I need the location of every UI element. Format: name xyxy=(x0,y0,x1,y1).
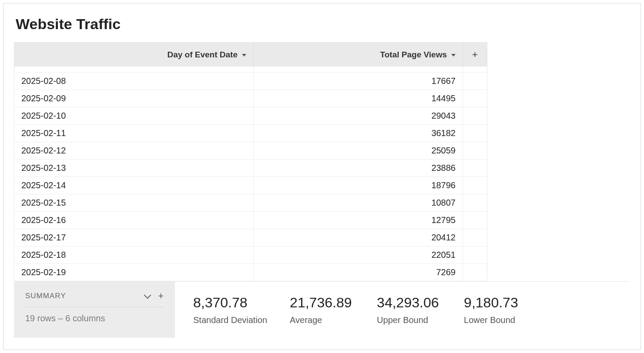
stat-label: Average xyxy=(290,315,354,325)
table-body[interactable]: 2025-02-08176672025-02-09144952025-02-10… xyxy=(14,67,487,281)
cell-views: 17667 xyxy=(254,73,463,90)
summary-stat: 21,736.89Average xyxy=(272,282,359,338)
analytics-panel: Website Traffic Day of Event Date Total … xyxy=(3,3,641,350)
table-row[interactable]: 2025-02-1418796 xyxy=(14,177,487,194)
table-row[interactable]: 2025-02-197269 xyxy=(14,264,487,281)
stat-value: 21,736.89 xyxy=(290,295,354,311)
cell-date: 2025-02-19 xyxy=(14,264,254,281)
table-row[interactable]: 2025-02-0817667 xyxy=(14,73,487,90)
data-table: Day of Event Date Total Page Views + 202… xyxy=(14,42,487,281)
cell-views: 22051 xyxy=(254,246,463,263)
cell-blank xyxy=(463,67,487,72)
table-row[interactable]: 2025-02-1029043 xyxy=(14,107,487,125)
cell-views xyxy=(254,67,463,72)
cell-date: 2025-02-11 xyxy=(14,125,254,142)
cell-blank xyxy=(463,107,487,124)
plus-icon: + xyxy=(472,49,478,60)
cell-date: 2025-02-09 xyxy=(14,90,254,107)
table-row[interactable]: 2025-02-0914495 xyxy=(14,90,487,107)
cell-blank xyxy=(463,264,487,281)
cell-blank xyxy=(463,246,487,263)
table-row[interactable]: 2025-02-1720412 xyxy=(14,229,487,246)
cell-blank xyxy=(463,177,487,194)
cell-blank xyxy=(463,125,487,142)
cell-views: 12795 xyxy=(254,212,463,229)
table-header: Day of Event Date Total Page Views + xyxy=(14,43,487,67)
column-header-date-label: Day of Event Date xyxy=(167,50,238,60)
summary-stat: 9,180.73Lower Bound xyxy=(446,282,533,338)
caret-down-icon xyxy=(242,54,246,57)
cell-blank xyxy=(463,194,487,211)
summary-bar: SUMMARY + 19 rows – 6 columns 8,370.78St… xyxy=(14,281,630,338)
summary-stat: 34,293.06Upper Bound xyxy=(359,282,446,338)
cell-date: 2025-02-14 xyxy=(14,177,254,194)
table-row[interactable]: 2025-02-1612795 xyxy=(14,212,487,229)
cell-views: 25059 xyxy=(254,142,463,159)
table-row[interactable]: 2025-02-1510807 xyxy=(14,194,487,212)
plus-icon[interactable]: + xyxy=(158,291,164,301)
add-column-button[interactable]: + xyxy=(463,43,487,67)
cell-views: 14495 xyxy=(254,90,463,107)
stat-value: 8,370.78 xyxy=(193,295,267,311)
cell-views: 7269 xyxy=(254,264,463,281)
column-header-views[interactable]: Total Page Views xyxy=(254,43,463,67)
cell-blank xyxy=(463,142,487,159)
cell-date: 2025-02-16 xyxy=(14,212,254,229)
cell-blank xyxy=(463,229,487,246)
stat-label: Lower Bound xyxy=(464,315,528,325)
cell-views: 36182 xyxy=(254,125,463,142)
cell-blank xyxy=(463,160,487,176)
summary-meta: 19 rows – 6 columns xyxy=(25,313,164,323)
cell-views: 29043 xyxy=(254,107,463,124)
cell-views: 20412 xyxy=(254,229,463,246)
stat-value: 9,180.73 xyxy=(464,295,528,311)
cell-blank xyxy=(463,90,487,107)
cell-views: 18796 xyxy=(254,177,463,194)
cell-blank xyxy=(463,212,487,229)
table-row-partial xyxy=(14,67,487,73)
cell-date: 2025-02-10 xyxy=(14,107,254,124)
summary-controls: + xyxy=(145,291,164,301)
cell-date: 2025-02-08 xyxy=(14,73,254,90)
summary-label: SUMMARY xyxy=(25,292,66,300)
table-row[interactable]: 2025-02-1822051 xyxy=(14,246,487,264)
caret-down-icon xyxy=(451,54,456,57)
table-row[interactable]: 2025-02-1136182 xyxy=(14,125,487,142)
cell-blank xyxy=(463,73,487,90)
summary-panel: SUMMARY + 19 rows – 6 columns xyxy=(14,282,175,338)
cell-date: 2025-02-12 xyxy=(14,142,254,159)
cell-views: 23886 xyxy=(254,160,463,176)
stat-label: Standard Deviation xyxy=(193,315,267,325)
chevron-down-icon[interactable] xyxy=(144,292,151,299)
summary-header: SUMMARY + xyxy=(25,291,164,307)
cell-date: 2025-02-18 xyxy=(14,246,254,263)
page-title: Website Traffic xyxy=(16,16,630,33)
stat-label: Upper Bound xyxy=(377,315,441,325)
table-row[interactable]: 2025-02-1323886 xyxy=(14,160,487,177)
table-row[interactable]: 2025-02-1225059 xyxy=(14,142,487,160)
cell-date: 2025-02-13 xyxy=(14,160,254,176)
cell-date xyxy=(14,67,254,72)
summary-stat: 8,370.78Standard Deviation xyxy=(175,282,272,338)
cell-views: 10807 xyxy=(254,194,463,211)
column-header-views-label: Total Page Views xyxy=(380,50,447,60)
column-header-date[interactable]: Day of Event Date xyxy=(14,43,254,67)
stat-value: 34,293.06 xyxy=(377,295,441,311)
cell-date: 2025-02-17 xyxy=(14,229,254,246)
cell-date: 2025-02-15 xyxy=(14,194,254,211)
